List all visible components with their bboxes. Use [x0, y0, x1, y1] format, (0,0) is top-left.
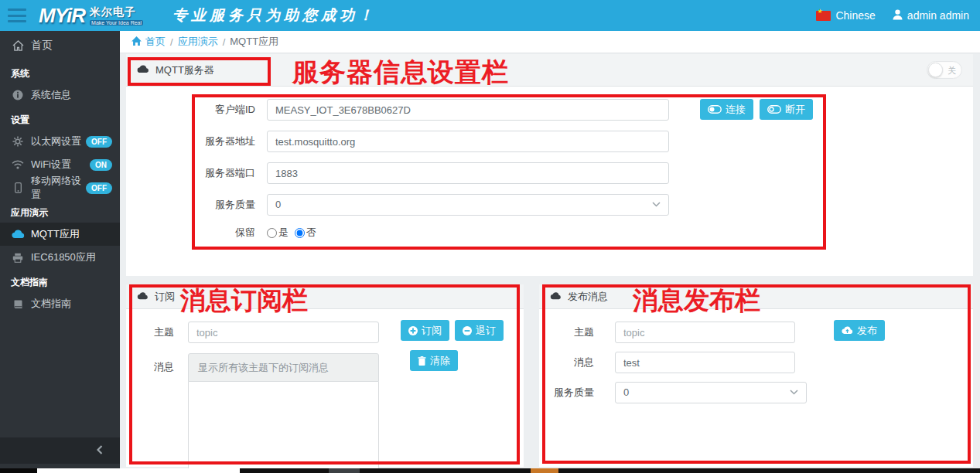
sidebar-item-wifi[interactable]: WiFi设置 ON — [0, 153, 120, 176]
server-port-input[interactable] — [267, 162, 669, 184]
book-icon — [11, 299, 25, 309]
publish-panel-header: 发布消息 — [539, 284, 973, 309]
sidebar-item-home[interactable]: 首页 — [0, 31, 120, 60]
china-flag-icon: ★ — [816, 11, 831, 21]
client-id-input[interactable] — [267, 99, 669, 121]
sidebar-item-system-info[interactable]: 系统信息 — [0, 83, 120, 107]
brand-name: MYiR — [39, 4, 85, 28]
breadcrumb-separator: / — [170, 36, 173, 48]
publish-form: 主题 消息 服务质量 0 发布 — [539, 309, 973, 403]
hamburger-menu-icon[interactable] — [8, 9, 26, 22]
breadcrumb: 首页 / 应用演示 / MQTT应用 — [120, 31, 980, 53]
toggle-on-icon — [708, 105, 722, 114]
breadcrumb-separator: / — [223, 36, 226, 48]
status-badge: OFF — [86, 136, 112, 148]
unsubscribe-button[interactable]: 退订 — [455, 320, 504, 341]
subscribe-message-label: 消息 — [126, 353, 188, 374]
connect-button[interactable]: 连接 — [700, 99, 753, 120]
publish-button[interactable]: 发布 — [834, 320, 885, 341]
mqtt-server-form: 客户端ID 服务器地址 服务器端口 服务质量 0 保留 — [126, 87, 973, 240]
user-icon — [893, 9, 903, 22]
brand-logo[interactable]: MYiR 米尔电子 Make Your Idea Real — [32, 0, 149, 31]
qos-label: 服务质量 — [126, 198, 267, 212]
retain-radio-group: 是 否 — [267, 226, 323, 240]
wifi-icon — [11, 160, 25, 169]
retain-no-radio[interactable] — [295, 228, 305, 238]
clear-button[interactable]: 清除 — [410, 350, 458, 371]
publish-qos-selected-value: 0 — [623, 386, 629, 398]
sidebar-item-label: IEC61850应用 — [31, 250, 96, 264]
cloud-upload-icon — [842, 326, 853, 335]
header-right: ★ Chinese admin admin — [816, 9, 969, 22]
sidebar-section-docs: 文档指南 — [0, 269, 120, 292]
sidebar-item-label: 系统信息 — [31, 88, 71, 102]
subscribe-topic-input[interactable] — [188, 322, 379, 343]
retain-no-option[interactable]: 否 — [295, 226, 316, 240]
sidebar-item-label: 文档指南 — [31, 297, 71, 311]
plus-circle-icon — [408, 326, 418, 335]
breadcrumb-current: MQTT应用 — [230, 35, 278, 49]
mobile-icon — [11, 182, 25, 193]
subscribe-message-list[interactable] — [188, 382, 379, 470]
sidebar-section-settings: 设置 — [0, 107, 120, 130]
sidebar-item-iec61850-app[interactable]: IEC61850应用 — [0, 246, 120, 269]
status-badge: OFF — [86, 182, 112, 194]
printer-icon — [11, 253, 25, 263]
sidebar-item-ethernet[interactable]: 以太网设置 OFF — [0, 130, 120, 153]
publish-message-input[interactable] — [615, 352, 795, 373]
subscribe-panel: 订阅 主题 消息 显示所有该主题下的订阅消息 订阅 — [126, 284, 524, 467]
mqtt-server-panel: MQTT服务器 关 客户端ID 服务器地址 服务器端口 服务质量 — [126, 54, 973, 276]
user-name: admin admin — [907, 9, 969, 22]
home-icon — [11, 40, 25, 51]
publish-message-label: 消息 — [539, 356, 615, 369]
subscribe-message-placeholder: 显示所有该主题下的订阅消息 — [188, 353, 379, 382]
publish-topic-label: 主题 — [539, 325, 615, 339]
subscribe-panel-header: 订阅 — [126, 284, 524, 309]
retain-yes-option[interactable]: 是 — [267, 226, 289, 240]
toggle-knob — [928, 63, 943, 77]
chevron-down-icon — [652, 202, 661, 207]
subscribe-button[interactable]: 订阅 — [401, 320, 449, 341]
panel-title: 订阅 — [155, 290, 175, 304]
panel-title: 发布消息 — [568, 290, 608, 304]
user-menu[interactable]: admin admin — [893, 9, 969, 22]
sidebar: 首页 系统 系统信息 设置 以太网设置 OFF WiFi设置 ON — [0, 31, 120, 473]
top-header: MYiR 米尔电子 Make Your Idea Real 专业服务只为助您成功… — [0, 0, 980, 31]
server-address-input[interactable] — [267, 131, 669, 152]
toggle-off-label: 关 — [948, 65, 956, 77]
minus-circle-icon — [463, 326, 472, 335]
sidebar-item-doc-guide[interactable]: 文档指南 — [0, 292, 120, 315]
sidebar-item-label: WiFi设置 — [31, 158, 71, 172]
sidebar-section-system: 系统 — [0, 60, 120, 83]
chevron-left-icon — [97, 444, 103, 458]
disconnect-button[interactable]: 断开 — [760, 99, 813, 120]
header-slogan: 专业服务只为助您成功！ — [172, 5, 377, 26]
cloud-icon — [137, 64, 149, 76]
sidebar-item-mobile-network[interactable]: 移动网络设置 OFF — [0, 176, 120, 199]
server-address-label: 服务器地址 — [126, 134, 267, 148]
cloud-icon — [550, 291, 562, 302]
app-window: MYiR 米尔电子 Make Your Idea Real 专业服务只为助您成功… — [0, 0, 980, 473]
qos-select[interactable]: 0 — [267, 194, 669, 216]
language-selector[interactable]: ★ Chinese — [816, 9, 875, 22]
flag-star: ★ — [817, 8, 822, 15]
server-enable-toggle[interactable]: 关 — [927, 61, 962, 79]
subscribe-form: 主题 消息 显示所有该主题下的订阅消息 订阅 退订 — [126, 309, 524, 470]
client-id-label: 客户端ID — [126, 103, 267, 117]
retain-yes-radio[interactable] — [267, 228, 277, 238]
brand-name-cn: 米尔电子 — [90, 5, 143, 19]
chevron-down-icon — [790, 390, 798, 395]
publish-qos-select[interactable]: 0 — [615, 382, 807, 403]
sidebar-collapse-button[interactable] — [0, 437, 120, 464]
breadcrumb-home[interactable]: 首页 — [131, 35, 166, 49]
bottom-edge-strip — [0, 468, 980, 473]
publish-panel: 发布消息 主题 消息 服务质量 0 发布 — [539, 284, 973, 467]
gear-icon — [11, 136, 25, 147]
toggle-off-icon — [767, 105, 781, 114]
cloud-icon — [137, 291, 149, 302]
publish-topic-input[interactable] — [615, 322, 795, 343]
breadcrumb-app-demo[interactable]: 应用演示 — [178, 35, 218, 49]
sidebar-item-mqtt-app[interactable]: MQTT应用 — [0, 223, 120, 246]
home-icon — [131, 36, 142, 48]
subscribe-topic-label: 主题 — [126, 325, 188, 339]
